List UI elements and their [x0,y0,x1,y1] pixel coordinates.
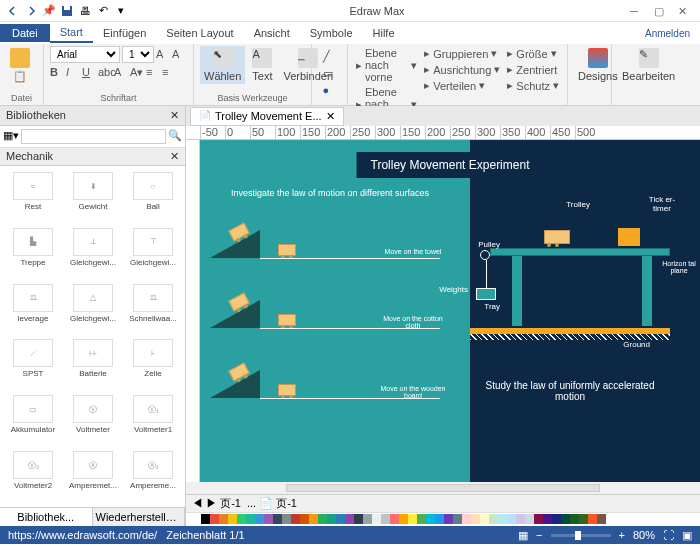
color-swatch[interactable] [354,514,363,524]
color-swatch[interactable] [228,514,237,524]
color-swatch[interactable] [552,514,561,524]
tab-view[interactable]: Ansicht [244,24,300,42]
color-swatch[interactable] [300,514,309,524]
shape-Rest[interactable]: ≈Rest [4,170,62,224]
color-swatch[interactable] [417,514,426,524]
fit-icon[interactable]: ⛶ [663,529,674,541]
select-tool[interactable]: ⬉Wählen [200,46,245,84]
bold-icon[interactable]: B [50,66,64,80]
color-swatch[interactable] [318,514,327,524]
zoom-out-icon[interactable]: − [536,529,542,541]
shape-Voltmeter[interactable]: ⓋVoltmeter [64,393,122,447]
shape-Schnellwaa...[interactable]: ⚖Schnellwaa... [124,282,182,336]
tab-insert[interactable]: Einfügen [93,24,156,42]
maximize-icon[interactable]: ▢ [654,5,666,17]
underline-icon[interactable]: U [82,66,96,80]
shrink-font-icon[interactable]: A [172,48,186,62]
tab-help[interactable]: Hilfe [363,24,405,42]
pin-icon[interactable]: 📌 [42,4,56,18]
color-swatch[interactable] [363,514,372,524]
zoom-in-icon[interactable]: + [619,529,625,541]
highlight-icon[interactable]: A [114,66,128,80]
redo-icon[interactable]: ▾ [114,4,128,18]
color-swatch[interactable] [237,514,246,524]
shape-Amperemet...[interactable]: ⒶAmperemet... [64,449,122,503]
color-swatch[interactable] [390,514,399,524]
group[interactable]: ▸ Gruppieren ▾ [422,46,502,61]
color-swatch[interactable] [336,514,345,524]
tab-start[interactable]: Start [50,23,93,43]
color-swatch[interactable] [471,514,480,524]
color-swatch[interactable] [579,514,588,524]
color-swatch[interactable] [588,514,597,524]
h-scrollbar[interactable] [286,484,600,492]
font-color-icon[interactable]: A▾ [130,66,144,80]
color-swatch[interactable] [219,514,228,524]
line-icon[interactable]: ╱ [323,50,337,64]
color-swatch[interactable] [561,514,570,524]
page-nav[interactable]: ◀ ▶ 页-1 [192,496,241,511]
shape-Akkumulator[interactable]: ▭Akkumulator [4,393,62,447]
color-swatch[interactable] [489,514,498,524]
italic-icon[interactable]: I [66,66,80,80]
back-icon[interactable] [6,4,20,18]
shape-Gewicht[interactable]: ⬇Gewicht [64,170,122,224]
color-swatch[interactable] [309,514,318,524]
color-swatch[interactable] [480,514,489,524]
color-swatch[interactable] [345,514,354,524]
tab-close-icon[interactable]: ✕ [326,110,335,123]
color-swatch[interactable] [525,514,534,524]
tab-symbols[interactable]: Symbole [300,24,363,42]
color-swatch[interactable] [381,514,390,524]
shape-Batterie[interactable]: ⊦⊦Batterie [64,337,122,391]
color-swatch[interactable] [201,514,210,524]
sb-tab-recovery[interactable]: Wiederherstellung von Da... [93,508,186,526]
align[interactable]: ▸ Ausrichtung ▾ [422,62,502,77]
color-swatch[interactable] [282,514,291,524]
forward-icon[interactable] [24,4,38,18]
signin-link[interactable]: Anmelden [645,28,700,39]
strike-icon[interactable]: abc [98,66,112,80]
color-swatch[interactable] [462,514,471,524]
color-swatch[interactable] [399,514,408,524]
align-icon[interactable]: ≡ [162,66,176,80]
edit-button[interactable]: ✎Bearbeiten [618,46,679,84]
shape-Zelle[interactable]: ⊦Zelle [124,337,182,391]
section-close-icon[interactable]: ✕ [170,150,179,163]
tab-layout[interactable]: Seiten Layout [156,24,243,42]
distribute[interactable]: ▸ Verteilen ▾ [422,78,502,93]
shape-Voltmeter2[interactable]: Ⓥ₂Voltmeter2 [4,449,62,503]
color-swatch[interactable] [516,514,525,524]
view-icon[interactable]: ▦ [518,529,528,542]
color-swatch[interactable] [291,514,300,524]
search-icon[interactable]: 🔍 [168,129,182,144]
oval-icon[interactable]: ● [323,84,337,98]
bullets-icon[interactable]: ≡ [146,66,160,80]
color-swatch[interactable] [444,514,453,524]
color-swatch[interactable] [498,514,507,524]
bring-forward[interactable]: ▸ Ebene nach vorne ▾ [354,46,419,84]
document-tab[interactable]: 📄 Trolley Movement E... ✕ [190,107,344,126]
color-swatch[interactable] [210,514,219,524]
shape-Ball[interactable]: ○Ball [124,170,182,224]
zoom-slider[interactable] [551,534,611,537]
color-swatch[interactable] [543,514,552,524]
color-swatch[interactable] [264,514,273,524]
color-swatch[interactable] [570,514,579,524]
color-swatch[interactable] [597,514,606,524]
shape-Gleichgewi...[interactable]: ⊤Gleichgewi... [124,226,182,280]
color-palette[interactable] [186,512,700,526]
size-select[interactable]: 10 [122,46,154,63]
shape-SPST[interactable]: ⟋SPST [4,337,62,391]
sb-tab-library[interactable]: Bibliothek... [0,508,93,526]
fullscreen-icon[interactable]: ▣ [682,529,692,542]
library-icon[interactable]: ▦▾ [3,129,19,144]
canvas[interactable]: Trolley Movement Experiment Investigate … [200,140,700,482]
center[interactable]: ▸ Zentriert [505,62,561,77]
file-tab[interactable]: Datei [0,24,50,42]
font-select[interactable]: Arial [50,46,120,63]
shape-leverage[interactable]: ⚖leverage [4,282,62,336]
color-swatch[interactable] [273,514,282,524]
sidebar-close-icon[interactable]: ✕ [170,109,179,122]
color-swatch[interactable] [246,514,255,524]
